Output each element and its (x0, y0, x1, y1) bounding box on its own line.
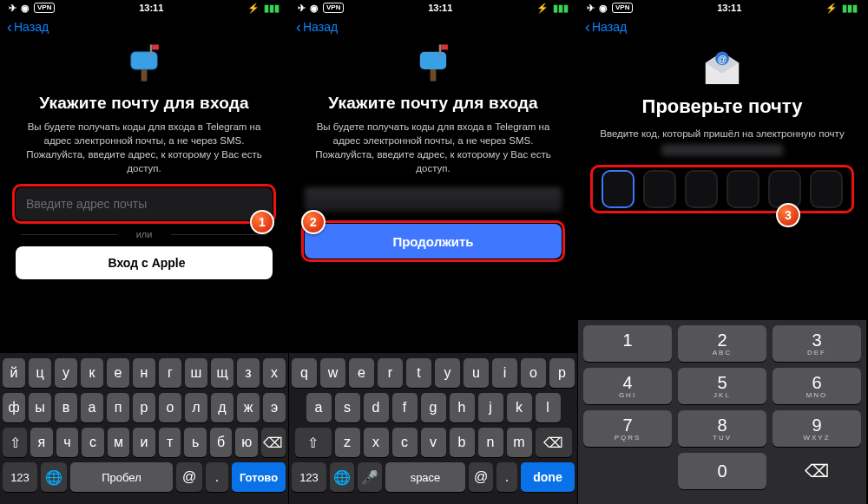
key-ч[interactable]: ч (56, 428, 79, 457)
key-о[interactable]: о (159, 393, 181, 422)
key-c[interactable]: c (392, 428, 418, 457)
done-key[interactable]: Готово (232, 462, 286, 492)
key-м[interactable]: м (108, 428, 130, 457)
done-key[interactable]: done (521, 462, 575, 492)
key-у[interactable]: у (55, 358, 77, 388)
numkey-1[interactable]: 1 (583, 325, 672, 362)
code-cell-6[interactable] (810, 170, 843, 208)
key-y[interactable]: y (435, 358, 460, 388)
key-h[interactable]: h (450, 393, 475, 422)
code-cell-1[interactable] (602, 170, 635, 208)
back-button[interactable]: ‹Назад (289, 16, 577, 38)
numkey-9[interactable]: 9WXYZ (773, 410, 861, 447)
key-n[interactable]: n (478, 428, 503, 457)
numkey-0[interactable]: 0 (678, 453, 766, 489)
key-р[interactable]: р (133, 393, 155, 422)
key-с[interactable]: с (82, 428, 104, 457)
key-l[interactable]: l (536, 393, 561, 422)
key-p[interactable]: p (549, 358, 575, 388)
kbd-row-3: ⇧ ячсмитьбю ⌫ (3, 428, 286, 457)
code-cell-4[interactable] (727, 170, 760, 208)
numkey-7[interactable]: 7PQRS (583, 410, 672, 447)
dot-key[interactable]: . (496, 462, 517, 492)
email-input-blurred[interactable] (305, 187, 562, 212)
shift-key[interactable]: ⇧ (295, 428, 332, 457)
key-п[interactable]: п (107, 393, 129, 422)
123-key[interactable]: 123 (3, 462, 37, 492)
key-b[interactable]: b (450, 428, 475, 457)
dot-key[interactable]: . (206, 462, 228, 492)
key-б[interactable]: б (210, 428, 233, 457)
code-input[interactable] (595, 170, 849, 208)
123-key[interactable]: 123 (292, 462, 326, 492)
key-k[interactable]: k (507, 393, 532, 422)
key-i[interactable]: i (492, 358, 517, 388)
key-ц[interactable]: ц (29, 358, 51, 388)
key-d[interactable]: d (364, 393, 389, 422)
key-ф[interactable]: ф (3, 393, 25, 422)
key-w[interactable]: w (320, 358, 345, 388)
at-key[interactable]: @ (469, 462, 493, 492)
spacebar[interactable]: space (385, 462, 465, 492)
vpn-badge: VPN (323, 3, 344, 13)
key-ш[interactable]: ш (185, 358, 207, 388)
mic-key[interactable]: 🎤 (358, 462, 382, 492)
key-g[interactable]: g (421, 393, 446, 422)
key-т[interactable]: т (159, 428, 181, 457)
key-ь[interactable]: ь (184, 428, 207, 457)
key-х[interactable]: х (263, 358, 286, 388)
numkey-5[interactable]: 5JKL (678, 368, 766, 404)
key-v[interactable]: v (421, 428, 446, 457)
code-cell-2[interactable] (643, 170, 676, 208)
key-j[interactable]: j (478, 393, 503, 422)
code-cell-3[interactable] (685, 170, 718, 208)
delete-key[interactable]: ⌫ (261, 428, 286, 457)
numkey-8[interactable]: 8TUV (678, 410, 766, 447)
key-л[interactable]: л (185, 393, 207, 422)
numkey-2[interactable]: 2ABC (678, 325, 766, 362)
key-н[interactable]: н (133, 358, 155, 388)
shift-key[interactable]: ⇧ (3, 428, 27, 457)
key-r[interactable]: r (378, 358, 403, 388)
numkey-3[interactable]: 3DEF (773, 325, 861, 362)
key-й[interactable]: й (3, 358, 25, 388)
globe-key[interactable]: 🌐 (330, 462, 354, 492)
numkey-delete[interactable]: ⌫ (773, 453, 861, 489)
key-и[interactable]: и (133, 428, 155, 457)
sign-in-with-apple-button[interactable]: Вход с Apple (16, 246, 273, 279)
key-я[interactable]: я (30, 428, 53, 457)
key-s[interactable]: s (335, 393, 360, 422)
key-o[interactable]: o (521, 358, 546, 388)
at-key[interactable]: @ (176, 462, 202, 492)
key-a[interactable]: a (306, 393, 332, 422)
key-e[interactable]: e (349, 358, 374, 388)
key-г[interactable]: г (159, 358, 181, 388)
key-в[interactable]: в (55, 393, 77, 422)
key-m[interactable]: m (507, 428, 532, 457)
key-д[interactable]: д (211, 393, 233, 422)
back-button[interactable]: ‹Назад (578, 16, 866, 38)
numkey-6[interactable]: 6MNO (773, 368, 861, 404)
key-ю[interactable]: ю (235, 428, 258, 457)
key-к[interactable]: к (81, 358, 103, 388)
key-щ[interactable]: щ (211, 358, 233, 388)
continue-button[interactable]: Продолжить (305, 224, 562, 259)
key-x[interactable]: x (364, 428, 389, 457)
back-button[interactable]: ‹Назад (0, 16, 288, 38)
key-f[interactable]: f (392, 393, 418, 422)
key-ы[interactable]: ы (29, 393, 51, 422)
key-э[interactable]: э (263, 393, 286, 422)
delete-key[interactable]: ⌫ (536, 428, 572, 457)
key-з[interactable]: з (237, 358, 260, 388)
email-input[interactable] (16, 187, 273, 220)
numkey-4[interactable]: 4GHI (583, 368, 672, 404)
key-z[interactable]: z (335, 428, 360, 457)
key-е[interactable]: е (107, 358, 129, 388)
key-а[interactable]: а (81, 393, 103, 422)
spacebar[interactable]: Пробел (70, 462, 173, 492)
key-q[interactable]: q (292, 358, 317, 388)
key-t[interactable]: t (406, 358, 431, 388)
globe-key[interactable]: 🌐 (41, 462, 67, 492)
key-u[interactable]: u (464, 358, 489, 388)
key-ж[interactable]: ж (237, 393, 260, 422)
